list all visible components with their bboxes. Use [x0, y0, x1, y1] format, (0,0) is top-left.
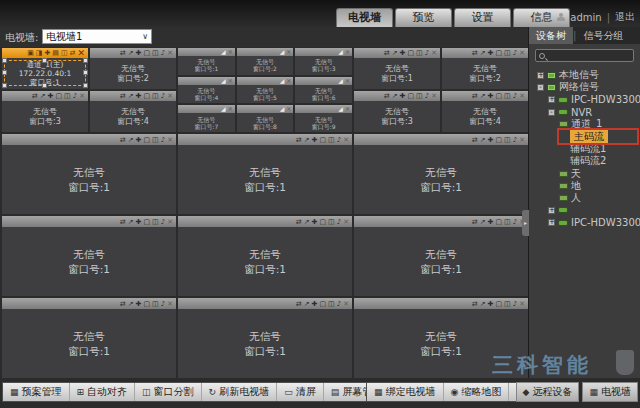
lock-icon[interactable]: ◫: [152, 49, 159, 57]
selection-handle[interactable]: [2, 83, 7, 88]
move-icon[interactable]: ✚: [400, 92, 406, 100]
resize-icon[interactable]: ◢: [280, 49, 285, 55]
fullscreen-icon[interactable]: ↗: [40, 92, 46, 100]
stream-icon[interactable]: ⇄: [384, 49, 390, 57]
stream-icon[interactable]: ⇄: [296, 136, 302, 144]
audio-icon[interactable]: ♪: [513, 300, 517, 308]
mini-window-cell[interactable]: ◢✕无信号窗口号:1: [178, 48, 235, 75]
close-icon[interactable]: ✕: [286, 49, 291, 55]
close-icon[interactable]: ✕: [167, 300, 173, 308]
resize-icon[interactable]: ◢: [280, 78, 285, 84]
expand-icon[interactable]: +: [548, 96, 555, 103]
window-icon[interactable]: ▤: [52, 49, 59, 57]
tree-item[interactable]: 辅码流2: [529, 155, 640, 167]
close-icon[interactable]: ✕: [228, 49, 233, 55]
lock-icon[interactable]: ◫: [152, 92, 159, 100]
snapshot-icon[interactable]: ▢: [319, 136, 326, 144]
camera-icon[interactable]: ▣: [27, 49, 34, 57]
audio-icon[interactable]: ♪: [513, 218, 517, 226]
selection-handle[interactable]: [42, 58, 47, 63]
tree-item[interactable]: 主码流: [529, 130, 640, 142]
audio-icon[interactable]: ♪: [513, 49, 517, 57]
snapshot-icon[interactable]: ▢: [495, 136, 502, 144]
close-icon[interactable]: ✕: [519, 300, 525, 308]
audio-icon[interactable]: ♪: [73, 92, 77, 100]
snapshot-icon[interactable]: ▢: [495, 92, 502, 100]
window-cell[interactable]: ⇄↗✚▢◫♪✕ 无信号窗口号:2: [90, 48, 176, 89]
snapshot-icon[interactable]: ▢: [495, 49, 502, 57]
snapshot-icon[interactable]: ◨: [36, 49, 43, 57]
device-search-box[interactable]: [535, 49, 634, 62]
audio-icon[interactable]: ♪: [425, 92, 429, 100]
bind-wall-button[interactable]: ▦绑定电视墙: [367, 383, 444, 401]
window-cell[interactable]: ⇄↗✚▢◫♪✕ 无信号窗口号:1: [2, 216, 176, 296]
lock-icon[interactable]: ◫: [504, 136, 511, 144]
resize-icon[interactable]: ◢: [338, 49, 343, 55]
lock-icon[interactable]: ◫: [416, 49, 423, 57]
tab-device-tree[interactable]: 设备树: [529, 27, 573, 44]
selection-handle[interactable]: [83, 83, 88, 88]
close-icon[interactable]: ✕: [345, 49, 350, 55]
close-icon[interactable]: ✕: [79, 92, 85, 100]
auto-align-button[interactable]: ⊞自动对齐: [70, 383, 136, 401]
stream-icon[interactable]: ⇄: [120, 136, 126, 144]
close-icon[interactable]: ✕: [167, 136, 173, 144]
selection-handle[interactable]: [2, 70, 7, 75]
tab-signal-group[interactable]: 信号分组: [576, 27, 630, 44]
close-icon[interactable]: ✕: [167, 218, 173, 226]
stream-icon[interactable]: ⇄: [472, 92, 478, 100]
close-icon[interactable]: ✕: [519, 92, 525, 100]
audio-icon[interactable]: ♪: [337, 218, 341, 226]
logout-link[interactable]: 退出: [615, 10, 635, 24]
mini-window-cell[interactable]: ◢✕无信号窗口号:2: [237, 48, 294, 75]
stream-icon[interactable]: ⇄: [120, 218, 126, 226]
lock-icon[interactable]: ◫: [504, 218, 511, 226]
move-icon[interactable]: ✚: [136, 136, 142, 144]
window-cell[interactable]: ⇄↗✚▢◫♪✕ 无信号窗口号:3: [354, 91, 440, 132]
window-cell[interactable]: ⇄↗✚▢◫♪✕ 无信号窗口号:3: [2, 91, 88, 132]
window-cell[interactable]: ⇄↗✚▢◫♪✕ 无信号窗口号:1: [354, 298, 528, 378]
stream-icon[interactable]: ⇄: [472, 49, 478, 57]
stream-icon[interactable]: ⇄: [32, 92, 38, 100]
snapshot-icon[interactable]: ▢: [143, 218, 150, 226]
collapse-icon[interactable]: -: [548, 109, 555, 116]
fullscreen-icon[interactable]: ↗: [392, 92, 398, 100]
window-cell[interactable]: ⇄↗✚▢◫♪✕ 无信号窗口号:2: [442, 48, 528, 89]
stream-icon[interactable]: ⇄: [384, 92, 390, 100]
mini-window-cell[interactable]: ◢✕无信号窗口号:3: [295, 48, 352, 75]
expand-icon[interactable]: +: [548, 219, 555, 226]
tree-item[interactable]: +本地信号: [529, 69, 640, 81]
move-icon[interactable]: ✚: [312, 136, 318, 144]
lock-icon[interactable]: ◫: [152, 136, 159, 144]
audio-icon[interactable]: ♪: [161, 92, 165, 100]
tree-item[interactable]: +: [529, 204, 640, 216]
selection-handle[interactable]: [2, 58, 7, 63]
audio-icon[interactable]: ♪: [161, 300, 165, 308]
resize-icon[interactable]: ◢: [338, 78, 343, 84]
collapse-icon[interactable]: -: [537, 84, 544, 91]
selection-handle[interactable]: [83, 70, 88, 75]
mini-window-cell[interactable]: ◢✕无信号窗口号:7: [178, 105, 235, 132]
selection-handle[interactable]: [42, 83, 47, 88]
close-icon[interactable]: ✕: [228, 78, 233, 84]
mini-window-cell[interactable]: ◢✕无信号窗口号:6: [295, 77, 352, 104]
window-cell[interactable]: ⇄↗✚▢◫♪✕ 无信号窗口号:1: [178, 134, 352, 214]
lock-icon[interactable]: ◫: [504, 300, 511, 308]
move-icon[interactable]: ✚: [136, 218, 142, 226]
tree-item[interactable]: 地: [529, 180, 640, 192]
window-cell[interactable]: ⇄↗✚▢◫♪✕ 无信号窗口号:1: [354, 216, 528, 296]
move-icon[interactable]: ✚: [312, 300, 318, 308]
wall-selector-dropdown[interactable]: 电视墙1 ∨: [42, 29, 152, 44]
audio-icon[interactable]: ♪: [513, 92, 517, 100]
move-icon[interactable]: ✚: [488, 218, 494, 226]
snapshot-icon[interactable]: ▢: [143, 49, 150, 57]
stream-icon[interactable]: ⇄: [472, 218, 478, 226]
preset-manage-button[interactable]: ▦预案管理: [3, 383, 70, 401]
audio-icon[interactable]: ♪: [425, 49, 429, 57]
tree-item[interactable]: +IPC-HDW3300S: [529, 217, 640, 229]
refresh-wall-button[interactable]: ↻刷新电视墙: [202, 383, 278, 401]
move-icon[interactable]: ✚: [136, 300, 142, 308]
snapshot-icon[interactable]: ▢: [143, 300, 150, 308]
fullscreen-icon[interactable]: ↗: [128, 136, 134, 144]
close-icon[interactable]: ✕: [343, 218, 349, 226]
